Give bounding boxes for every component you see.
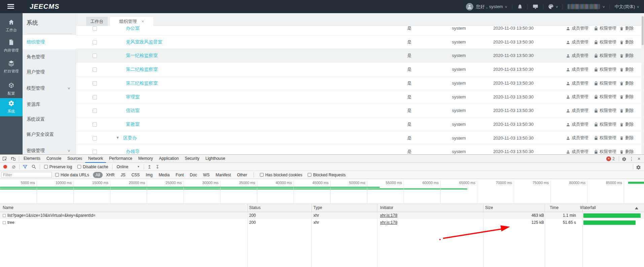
sidebar-item-5-gear[interactable]: 系统: [0, 98, 23, 116]
row-checkbox[interactable]: [93, 26, 97, 31]
sidebar-item-1-home[interactable]: 工作台: [0, 17, 23, 34]
column-separator[interactable]: [483, 204, 483, 212]
devtools-tab-elements[interactable]: Elements: [21, 155, 43, 163]
tab-org-management[interactable]: 组织管理×: [110, 17, 153, 26]
action-trash-button[interactable]: 删除: [619, 118, 634, 131]
row-checkbox[interactable]: [93, 81, 97, 86]
action-member-button[interactable]: 成员管理: [566, 63, 588, 77]
action-trash-button[interactable]: 删除: [619, 90, 634, 104]
action-member-button[interactable]: 成员管理: [566, 49, 588, 63]
scrollbar-thumb[interactable]: [642, 16, 644, 45]
tab-workbench[interactable]: 工作台: [86, 17, 108, 26]
devtools-settings-gear-icon[interactable]: [620, 156, 628, 161]
waterfall-bar[interactable]: [583, 220, 636, 225]
waterfall-bar[interactable]: [583, 213, 641, 218]
row-checkbox[interactable]: [93, 67, 97, 72]
column-separator[interactable]: [545, 204, 545, 212]
row-checkbox[interactable]: [93, 136, 97, 141]
language-selector[interactable]: 中文(简体) ∨: [615, 4, 639, 10]
row-checkbox[interactable]: [93, 40, 97, 44]
org-name-link[interactable]: 区委办: [123, 131, 137, 145]
column-separator[interactable]: [377, 204, 377, 212]
tree-expand-icon[interactable]: ▼: [116, 136, 120, 140]
filter-funnel-icon[interactable]: [21, 163, 30, 171]
devtools-tab-console[interactable]: Console: [43, 155, 64, 163]
action-lock-button[interactable]: 权限管理: [594, 49, 616, 63]
request-name[interactable]: list?page=1&size=10&isVirtual=&key=&pare…: [7, 212, 96, 219]
devtools-tab-network[interactable]: Network: [85, 155, 106, 163]
org-name-link[interactable]: 办领导: [126, 145, 140, 154]
secondary-nav-角色管理[interactable]: 角色管理: [23, 50, 76, 64]
column-header-initiator[interactable]: Initiator: [380, 204, 393, 212]
record-network-log-button[interactable]: [3, 165, 7, 169]
action-lock-button[interactable]: 权限管理: [594, 145, 616, 154]
sidebar-item-2-doc[interactable]: 内容管理: [0, 37, 23, 54]
preserve-log-checkbox[interactable]: Preserve log: [44, 165, 72, 169]
request-name[interactable]: tree: [7, 219, 14, 226]
devtools-tab-sources[interactable]: Sources: [64, 155, 85, 163]
action-member-button[interactable]: 成员管理: [566, 90, 588, 104]
row-checkbox[interactable]: [93, 54, 97, 58]
monitor-icon[interactable]: [533, 4, 538, 9]
org-name-link[interactable]: 宣教室: [126, 118, 140, 131]
action-trash-button[interactable]: 删除: [619, 49, 634, 63]
action-trash-button[interactable]: 删除: [619, 35, 634, 49]
action-lock-button[interactable]: 权限管理: [594, 63, 616, 77]
sort-ascending-icon[interactable]: [635, 207, 638, 209]
filter-pill-manifest[interactable]: Manifest: [213, 172, 234, 178]
column-header-time[interactable]: Time: [550, 204, 558, 212]
column-header-size[interactable]: Size: [485, 204, 493, 212]
action-member-button[interactable]: 成员管理: [566, 26, 588, 35]
org-name-link[interactable]: 审理室: [126, 90, 140, 104]
devtools-close-icon[interactable]: ×: [635, 156, 643, 161]
org-name-link[interactable]: 信访室: [126, 104, 140, 118]
column-separator[interactable]: [247, 204, 248, 212]
org-name-link[interactable]: 第二纪检监察室: [126, 63, 158, 77]
org-name-link[interactable]: 第三纪检监察室: [126, 77, 158, 90]
action-member-button[interactable]: 成员管理: [566, 118, 588, 131]
request-initiator-link[interactable]: xhr.js:178: [380, 219, 397, 226]
filter-pill-xhr[interactable]: XHR: [103, 172, 117, 178]
network-settings-gear-icon[interactable]: [635, 164, 642, 170]
site-selector[interactable]: ∨: [568, 4, 605, 9]
filter-pill-css[interactable]: CSS: [129, 172, 142, 178]
inspect-element-icon[interactable]: [0, 155, 9, 163]
column-header-status[interactable]: Status: [249, 204, 261, 212]
action-lock-button[interactable]: 权限管理: [594, 26, 616, 35]
filter-pill-other[interactable]: Other: [234, 172, 250, 178]
org-name-link[interactable]: 第一纪检监察室: [126, 49, 158, 63]
devtools-tab-lighthouse[interactable]: Lighthouse: [202, 155, 228, 163]
secondary-nav-资源库[interactable]: 资源库: [23, 97, 76, 112]
column-header-type[interactable]: Type: [313, 204, 322, 212]
request-initiator-link[interactable]: xhr.js:178: [380, 212, 397, 219]
action-trash-button[interactable]: 删除: [619, 77, 634, 90]
device-toolbar-icon[interactable]: [9, 155, 18, 163]
error-badge-icon[interactable]: ✕: [606, 156, 611, 161]
devtools-tab-security[interactable]: Security: [182, 155, 202, 163]
action-member-button[interactable]: 成员管理: [566, 35, 588, 49]
row-checkbox[interactable]: [93, 95, 97, 99]
org-name-link[interactable]: 党风室政风监督室: [126, 35, 162, 49]
secondary-nav-模型管理[interactable]: 模型管理∨: [23, 81, 76, 95]
clear-network-log-icon[interactable]: ⊘: [12, 163, 16, 171]
row-checkbox[interactable]: [93, 150, 97, 154]
import-har-icon[interactable]: ↥: [147, 163, 151, 171]
main-scrollbar[interactable]: [641, 13, 644, 154]
action-member-button[interactable]: 成员管理: [566, 145, 588, 154]
devtools-tab-performance[interactable]: Performance: [106, 155, 135, 163]
devtools-tab-application[interactable]: Application: [156, 155, 182, 163]
hamburger-menu-icon[interactable]: [7, 4, 14, 9]
action-member-button[interactable]: 成员管理: [566, 131, 588, 145]
secondary-nav-账户安全设置[interactable]: 账户安全设置: [23, 127, 76, 142]
secondary-nav-用户管理[interactable]: 用户管理: [23, 65, 76, 79]
network-overview-timeline[interactable]: 5000 ms10000 ms15000 ms20000 ms25000 ms3…: [0, 179, 644, 204]
user-menu[interactable]: 您好，system ∨: [466, 3, 507, 10]
sidebar-item-4-cube[interactable]: 配置: [0, 80, 23, 97]
action-lock-button[interactable]: 权限管理: [594, 131, 616, 145]
throttling-dropdown[interactable]: Online ▼: [116, 165, 140, 169]
filter-pill-media[interactable]: Media: [156, 172, 172, 178]
org-name-link[interactable]: 办公室: [126, 26, 140, 35]
network-request-row[interactable]: tree200xhrxhr.js:178125 kB51.65 s: [0, 219, 644, 226]
filter-pill-ws[interactable]: WS: [200, 172, 212, 178]
action-lock-button[interactable]: 权限管理: [594, 90, 616, 104]
